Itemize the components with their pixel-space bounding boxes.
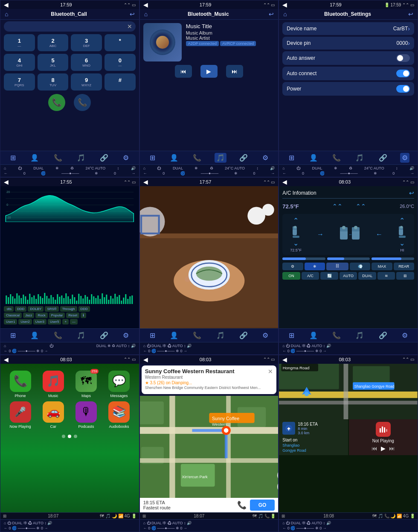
ac-settings-btn[interactable]: ⚙	[282, 263, 303, 270]
clear-icon[interactable]: ✕	[127, 23, 132, 30]
device-pin-row[interactable]: Device pin 0000 ›	[282, 37, 414, 50]
ac-max-btn[interactable]: MAX	[372, 263, 392, 270]
user5[interactable]: User5	[48, 319, 61, 324]
ac-rear-btn[interactable]: REAR	[394, 263, 414, 270]
ac-cold-btn[interactable]: ❄	[305, 263, 325, 270]
nav-grid-p6[interactable]: ⊞	[287, 330, 296, 340]
power-c2[interactable]: ⏻	[157, 166, 161, 170]
nav-user[interactable]: 👤	[29, 153, 41, 163]
ac-clim[interactable]: ♻	[70, 166, 74, 170]
prev-clim[interactable]: ←	[4, 171, 8, 175]
dual-clim[interactable]: DUAL	[33, 166, 44, 170]
dial-5[interactable]: 5JKL	[38, 54, 69, 71]
nav-gear-p3[interactable]: ⚙	[400, 153, 409, 163]
nav-map[interactable]: Hongma Road Shangliao Gongye Road	[279, 364, 418, 419]
dial-3[interactable]: 3DEF	[71, 34, 102, 51]
nav-user-p6[interactable]: 👤	[308, 330, 319, 340]
nav-user-p5[interactable]: 👤	[168, 330, 180, 340]
back-arrow-p5[interactable]: ◀	[143, 178, 148, 185]
ac-back-icon[interactable]: ↩	[409, 190, 414, 196]
phone-app-icon[interactable]: 📞	[10, 371, 31, 392]
call-button[interactable]: 📞	[48, 94, 65, 111]
preset-through[interactable]: Through	[60, 306, 77, 312]
np-prev-btn[interactable]: ⏮	[372, 445, 377, 452]
vol-c3[interactable]: 🔊	[409, 166, 414, 170]
user2[interactable]: User2	[18, 319, 32, 324]
cp-app-maps[interactable]: 🗺 259 Maps	[71, 371, 101, 398]
nav-music-p6[interactable]: 🎵	[354, 330, 366, 340]
vol-clim[interactable]: 🔊	[131, 166, 136, 170]
ac-recirculate-btn[interactable]: 🔄	[320, 272, 338, 280]
dial-7[interactable]: 7PQRS	[4, 73, 35, 91]
preset-dts[interactable]: ·dts	[4, 306, 14, 312]
nav-link-p2[interactable]: 🔗	[238, 153, 250, 163]
nav-user-p3[interactable]: 👤	[308, 153, 319, 163]
nav-music[interactable]: 🎵	[75, 153, 87, 163]
prev-c3[interactable]: ←	[282, 171, 286, 175]
redial-button[interactable]: 📞	[74, 94, 91, 111]
power-clim[interactable]: ⏻	[18, 166, 22, 170]
cp-app-nowplaying[interactable]: 🎤 Now Playing	[6, 401, 35, 429]
power-c3[interactable]: ⏻	[296, 166, 300, 170]
back-btn-p2[interactable]: ↩	[269, 11, 274, 18]
prev-c2[interactable]: ←	[143, 171, 147, 175]
nav-grid-p5[interactable]: ⊞	[148, 330, 157, 340]
nav-phone[interactable]: 📞	[52, 153, 64, 163]
dial-2[interactable]: 2ABC	[38, 34, 69, 51]
ac-defrost-btn[interactable]: ≋	[377, 272, 395, 280]
nav-grid-p3[interactable]: ⊞	[287, 153, 296, 163]
slider-clim[interactable]: ——●——	[61, 171, 79, 175]
back-btn-p3[interactable]: ↩	[408, 11, 413, 18]
nav-phone-p5[interactable]: 📞	[191, 330, 203, 340]
poi-close-icon[interactable]: ✕	[268, 368, 273, 375]
back-arrow-p7[interactable]: ◀	[4, 356, 9, 363]
grid-icon-p9[interactable]: ⊞	[282, 514, 285, 518]
nav-music-p4[interactable]: 🎵	[75, 330, 87, 340]
nav-music-p2[interactable]: 🎵	[215, 153, 226, 163]
user-add[interactable]: +	[62, 319, 69, 324]
nav-gear-p2[interactable]: ⚙	[261, 153, 270, 163]
power-c4[interactable]: ⏻	[49, 344, 53, 348]
cp-app-audiobooks[interactable]: 📚 Audiobooks	[104, 401, 134, 429]
home-icon-p1[interactable]: ⌂	[5, 11, 8, 18]
power-toggle[interactable]	[396, 85, 410, 93]
ac2-c2[interactable]: ❄	[234, 171, 238, 175]
map-area[interactable]: Sunny Coffee Western... Xin'ercun Park +…	[140, 396, 279, 498]
vol-c2[interactable]: 🔊	[270, 166, 275, 170]
dual-c2[interactable]: DUAL	[173, 166, 183, 170]
ac-rear2-btn[interactable]: ⊞	[396, 272, 414, 280]
back-arrow-p2[interactable]: ◀	[143, 1, 148, 8]
arrow-c3[interactable]: ↕	[396, 166, 398, 170]
mode-info[interactable]: ℹ	[81, 313, 86, 318]
nav-grid-p2[interactable]: ⊞	[148, 153, 157, 163]
go-button[interactable]: GO	[250, 500, 275, 511]
ac-dual-btn[interactable]: DUAL	[358, 272, 376, 280]
mode-rock[interactable]: Rock	[35, 313, 47, 318]
mode-jazz[interactable]: Jazz	[23, 313, 34, 318]
cp-app-phone[interactable]: 📞 Phone	[6, 371, 35, 398]
nav-music-p5[interactable]: 🎵	[215, 330, 226, 340]
cp-app-car[interactable]: 🚗 Car	[38, 401, 68, 429]
ac-ac-btn[interactable]: A/C	[302, 272, 319, 280]
cp-app-podcasts[interactable]: 🎙 Podcasts	[71, 401, 101, 429]
nav-link-p3[interactable]: 🔗	[377, 153, 389, 163]
ac2-clim[interactable]: ❄	[95, 171, 98, 175]
music-app-icon[interactable]: 🎵	[43, 371, 64, 392]
fan2-clim[interactable]: 🌀	[41, 171, 46, 175]
audiobooks-app-icon[interactable]: 📚	[108, 401, 130, 423]
nav-link-p6[interactable]: 🔗	[377, 330, 389, 340]
car-app-icon[interactable]: 🚗	[43, 401, 64, 423]
next-c3[interactable]: →	[410, 171, 414, 175]
ac-slider-2[interactable]	[327, 257, 370, 260]
user1[interactable]: User1	[4, 319, 17, 324]
back-arrow-p4[interactable]: ◀	[4, 178, 9, 185]
home-c2[interactable]: ⌂	[143, 166, 145, 170]
dial-1[interactable]: 1—	[4, 34, 35, 51]
nav-grid[interactable]: ⊞	[9, 153, 17, 163]
fan-clim[interactable]: ❄	[55, 166, 59, 170]
mode-reset[interactable]: Reset	[66, 313, 79, 318]
dial-hash[interactable]: #	[104, 73, 136, 91]
ac-fan-btn[interactable]: 💨	[350, 263, 370, 270]
user-remove[interactable]: —	[70, 319, 78, 324]
dot-2[interactable]	[68, 435, 71, 438]
